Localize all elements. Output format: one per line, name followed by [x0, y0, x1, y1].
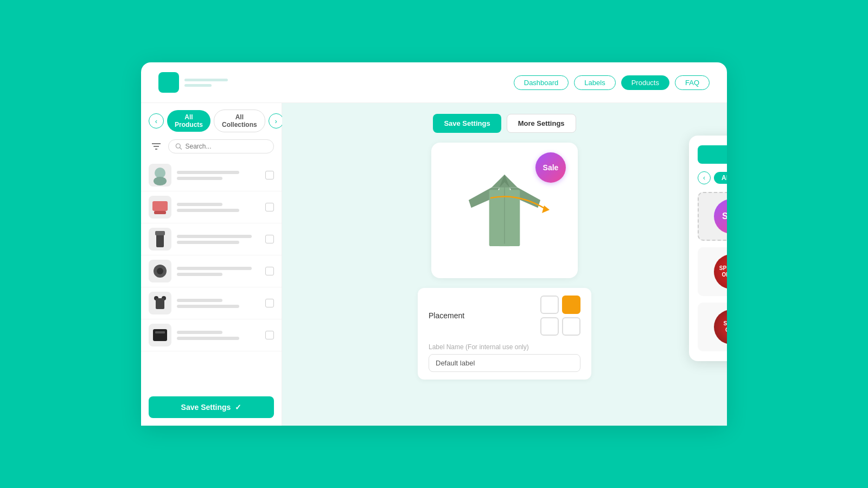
product-line — [177, 171, 239, 174]
place-cell-topleft[interactable] — [540, 296, 559, 314]
product-lines — [177, 331, 260, 340]
label-name-input[interactable] — [429, 354, 580, 372]
logo-box — [158, 72, 179, 93]
panel-title: Image Labels — [698, 145, 727, 164]
product-line — [177, 209, 239, 212]
logo-lines — [184, 79, 228, 87]
sidebar-tabs: ‹ All Products All Collections › — [141, 103, 282, 139]
product-checkbox[interactable] — [265, 235, 274, 243]
svg-point-12 — [157, 268, 163, 274]
product-lines — [177, 299, 260, 308]
svg-rect-10 — [155, 231, 165, 235]
product-line — [177, 235, 252, 238]
placement-row: Placement — [429, 296, 580, 336]
product-line — [177, 273, 222, 276]
header: Dashboard Labels Products FAQ — [141, 62, 727, 103]
sale-badge: Sale — [535, 152, 566, 183]
nav-btn-labels[interactable]: Labels — [574, 75, 615, 90]
product-thumb — [149, 292, 171, 314]
list-item[interactable] — [141, 223, 282, 255]
panel-prev-btn[interactable]: ‹ — [698, 171, 711, 184]
product-thumb — [149, 228, 171, 251]
product-thumb — [149, 196, 171, 219]
svg-line-4 — [180, 147, 181, 149]
label-card-special-offer[interactable]: SPECIALOFFER — [698, 247, 727, 296]
product-checkbox[interactable] — [265, 331, 274, 339]
product-line — [177, 337, 239, 340]
search-input[interactable] — [185, 143, 267, 150]
product-lines — [177, 203, 260, 212]
nav-buttons: Dashboard Labels Products FAQ — [514, 75, 710, 90]
svg-rect-16 — [153, 329, 167, 341]
product-thumb — [149, 164, 171, 187]
list-item[interactable] — [141, 191, 282, 223]
product-lines — [177, 171, 260, 180]
label-name-title: Label Name (For internal use only) — [429, 343, 580, 351]
sidebar-search-row — [141, 139, 282, 159]
product-line — [177, 331, 222, 334]
main-content: Save Settings More Settings — [282, 103, 727, 426]
sidebar-footer: Save Settings ✓ — [141, 389, 282, 426]
product-checkbox[interactable] — [265, 267, 274, 275]
list-item[interactable] — [141, 287, 282, 319]
product-checkbox[interactable] — [265, 203, 274, 211]
list-item[interactable] — [141, 319, 282, 351]
svg-rect-8 — [154, 211, 166, 214]
placement-card: Placement Label Name (For internal use o… — [418, 288, 591, 380]
body-area: ‹ All Products All Collections › — [141, 103, 727, 426]
product-list — [141, 159, 282, 389]
product-thumb — [149, 260, 171, 282]
filter-icon[interactable] — [149, 139, 164, 154]
svg-rect-17 — [155, 331, 165, 333]
product-line — [177, 267, 252, 270]
list-item[interactable] — [141, 159, 282, 191]
svg-point-6 — [154, 177, 167, 185]
more-settings-button[interactable]: More Settings — [507, 114, 576, 133]
tab-all-collections[interactable]: All Collections — [214, 110, 265, 132]
product-line — [177, 203, 222, 206]
product-checkbox[interactable] — [265, 171, 274, 179]
product-line — [177, 241, 239, 244]
save-settings-sidebar-button[interactable]: Save Settings ✓ — [149, 396, 274, 418]
sidebar: ‹ All Products All Collections › — [141, 103, 282, 426]
label-name-row: Label Name (For internal use only) — [429, 343, 580, 372]
product-line — [177, 305, 239, 308]
sold-out-badge: SOLDOUT — [714, 310, 727, 344]
search-box — [168, 139, 274, 153]
product-lines — [177, 267, 260, 276]
labels-grid: Sale %50Sale SPECIALOFFER BESTSELLER — [698, 192, 727, 351]
panel-filter-row: ‹ All Offers Sale › — [698, 171, 727, 184]
main-card: Dashboard Labels Products FAQ ‹ All Prod… — [141, 62, 727, 426]
placement-label: Placement — [429, 311, 535, 320]
label-card-sale-purple[interactable]: Sale — [698, 192, 727, 241]
placement-grid — [540, 296, 580, 336]
nav-btn-faq[interactable]: FAQ — [675, 75, 710, 90]
label-card-sold-out[interactable]: SOLDOUT — [698, 303, 727, 351]
place-cell-bottomleft[interactable] — [540, 317, 559, 336]
nav-btn-dashboard[interactable]: Dashboard — [514, 75, 569, 90]
product-thumb — [149, 324, 171, 346]
svg-rect-7 — [152, 201, 168, 211]
special-offer-badge: SPECIALOFFER — [714, 254, 727, 289]
logo-area — [158, 72, 505, 93]
place-cell-bottomright[interactable] — [562, 317, 580, 336]
place-cell-topright[interactable] — [562, 296, 580, 314]
product-line — [177, 299, 222, 302]
product-checkbox[interactable] — [265, 299, 274, 307]
product-lines — [177, 235, 260, 244]
svg-rect-15 — [156, 298, 164, 309]
sidebar-next-btn[interactable]: › — [269, 113, 284, 129]
main-action-btns: Save Settings More Settings — [433, 114, 576, 133]
tab-all-products[interactable]: All Products — [167, 110, 210, 132]
search-icon — [175, 143, 182, 150]
image-labels-panel: Image Labels ‹ All Offers Sale › Sale — [689, 136, 727, 361]
logo-line-1 — [184, 79, 228, 81]
sidebar-prev-btn[interactable]: ‹ — [149, 113, 164, 129]
nav-btn-products[interactable]: Products — [621, 75, 669, 90]
filter-all-btn[interactable]: All — [714, 172, 727, 184]
list-item[interactable] — [141, 255, 282, 287]
sale-purple-badge: Sale — [714, 199, 727, 234]
product-preview-card: Sale — [431, 143, 578, 278]
save-settings-button[interactable]: Save Settings — [433, 114, 501, 133]
product-line — [177, 177, 222, 180]
